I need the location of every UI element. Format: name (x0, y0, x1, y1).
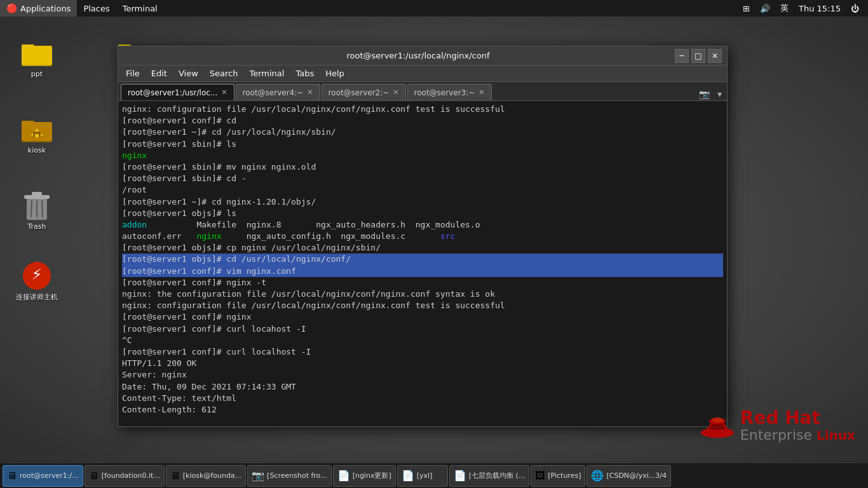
menu-view[interactable]: View (173, 67, 203, 79)
taskbar-top-right: ⊞ 🔊 英 Thu 15:15 ⏻ (740, 3, 868, 14)
power-icon[interactable]: ⏻ (848, 4, 862, 13)
tab-server1-close[interactable]: ✕ (221, 88, 227, 97)
menu-help[interactable]: Help (320, 67, 349, 79)
terminal-line-3: [root@server1 ~]# cd /usr/local/nginx/sb… (122, 126, 723, 138)
taskbar-yxl-icon: 📄 (402, 470, 414, 482)
terminal-line-14: [root@server1 objs]# cd /usr/local/nginx… (122, 254, 723, 265)
taskbar-loadbalance-label: [七层负载均衡 (... (469, 471, 526, 480)
terminal-line-17: nginx: the configuration file /usr/local… (122, 288, 723, 300)
taskbar-yxl-label: [yxl] (417, 471, 433, 480)
terminal-line-5: nginx (122, 150, 723, 161)
svg-text:⚡: ⚡ (32, 266, 43, 283)
terminal-line-21: ^C (122, 335, 723, 346)
taskbar-screenshot-label: [Screenshot fro... (267, 471, 327, 480)
taskbar-item-pictures[interactable]: 🖼 [Pictures] (531, 465, 585, 487)
tab-server4-label: root@server4:~ (243, 88, 304, 97)
terminal-title: root@server1:/usr/local/nginx/conf (161, 51, 675, 60)
taskbar-foundation0-label: [foundation0.it... (102, 471, 160, 480)
desktop-icon-connect[interactable]: ⚡ 连接讲师主机 (11, 258, 62, 304)
home-folder-icon (22, 114, 52, 145)
taskbar-csdn-label: [CSDN@/yxi...3/4 (606, 471, 667, 480)
taskbar-item-csdn[interactable]: 🌐 [CSDN@/yxi...3/4 (587, 465, 671, 487)
taskbar-item-foundation0[interactable]: 🖥 [foundation0.it... (85, 465, 165, 487)
trash-icon (22, 191, 52, 221)
network-icon[interactable]: ⊞ (740, 4, 752, 13)
taskbar-screenshot-icon: 📷 (252, 470, 264, 482)
tab-server3-label: root@server3:~ (414, 88, 475, 97)
terminal-line-12: autoconf.err nginx ngx_auto_config.h ngx… (122, 231, 723, 242)
terminal-line-15: [root@server1 conf]# vim nginx.conf (122, 266, 723, 277)
tab-server2-close[interactable]: ✕ (393, 88, 398, 97)
terminal-content[interactable]: nginx: configuration file /usr/local/ngi… (118, 101, 727, 426)
taskbar-item-nginx-update[interactable]: 📄 [nginx更新] (333, 465, 396, 487)
taskbar-loadbalance-icon: 📄 (454, 470, 466, 482)
taskbar-server1-icon: 🖥 (7, 470, 17, 482)
terminal-line-2: [root@server1 conf]# cd (122, 115, 723, 126)
terminal-line-11: addon Makefile nginx.8 ngx_auto_headers.… (122, 219, 723, 231)
tab-dropdown-icon[interactable]: ▾ (715, 89, 724, 99)
terminal-line-9: [root@server1 ~]# cd nginx-1.20.1/objs/ (122, 196, 723, 208)
taskbar-top: 🔴 Applications Places Terminal ⊞ 🔊 英 Thu… (0, 0, 868, 17)
taskbar-item-yxl[interactable]: 📄 [yxl] (397, 465, 448, 487)
menu-tabs[interactable]: Tabs (290, 67, 319, 79)
terminal-label: Terminal (123, 4, 158, 13)
maximize-button[interactable]: □ (691, 49, 705, 63)
taskbar-nginx-label: [nginx更新] (353, 471, 391, 480)
tab-screenshot-icon[interactable]: 📷 (696, 89, 712, 99)
desktop-icon-kiosk[interactable]: kiosk (11, 112, 62, 157)
tab-server1-label: root@server1:/usr/loc... (128, 88, 217, 97)
applications-menu[interactable]: 🔴 Applications (0, 0, 77, 17)
taskbar-item-server1[interactable]: 🖥 root@server1:/... (3, 465, 83, 487)
clock: Thu 15:15 (796, 4, 843, 13)
menu-file[interactable]: File (121, 67, 145, 79)
connect-icon: ⚡ (22, 261, 52, 291)
terminal-line-16: [root@server1 conf]# nginx -t (122, 277, 723, 288)
menu-terminal[interactable]: Terminal (244, 67, 289, 79)
taskbar-item-screenshot[interactable]: 📷 [Screenshot fro... (247, 465, 332, 487)
trash-label: Trash (27, 222, 46, 231)
terminal-tabs: root@server1:/usr/loc... ✕ root@server4:… (118, 82, 727, 101)
terminal-line-1: nginx: configuration file /usr/local/ngi… (122, 104, 723, 115)
terminal-line-10: [root@server1 objs]# ls (122, 208, 723, 219)
terminal-line-20: [root@server1 conf]# curl locahost -I (122, 323, 723, 335)
taskbar-kiosk-icon: 🖥 (170, 470, 180, 482)
terminal-menu[interactable]: Terminal (116, 0, 164, 17)
tab-server4-close[interactable]: ✕ (307, 88, 313, 97)
desktop-icon-trash[interactable]: Trash (11, 188, 62, 233)
terminal-line-23: HTTP/1.1 200 OK (122, 358, 723, 369)
taskbar-csdn-icon: 🌐 (591, 470, 604, 482)
tab-extras: 📷 ▾ (696, 89, 724, 100)
terminal-line-4: [root@server1 sbin]# ls (122, 139, 723, 150)
taskbar-item-load-balance[interactable]: 📄 [七层负载均衡 (... (449, 465, 530, 487)
redhat-hat-icon (700, 409, 735, 444)
svg-line-14 (31, 200, 32, 217)
terminal-line-24: Server: nginx (122, 369, 723, 381)
terminal-line-13: [root@server1 objs]# cp nginx /usr/local… (122, 242, 723, 254)
tab-server1[interactable]: root@server1:/usr/loc... ✕ (121, 84, 234, 100)
tab-server2[interactable]: root@server2:~ ✕ (322, 84, 406, 100)
volume-icon[interactable]: 🔊 (757, 4, 773, 13)
tab-server4[interactable]: root@server4:~ ✕ (236, 84, 320, 100)
tab-server3[interactable]: root@server3:~ ✕ (407, 84, 492, 100)
terminal-menubar: File Edit View Search Terminal Tabs Help (118, 65, 727, 82)
language-indicator[interactable]: 英 (778, 3, 791, 14)
taskbar-foundation0-icon: 🖥 (89, 470, 99, 482)
places-menu[interactable]: Places (77, 0, 116, 17)
taskbar-item-kiosk[interactable]: 🖥 [kiosk@founda... (166, 465, 246, 487)
redhat-logo: Red Hat Enterprise Linux (700, 409, 855, 444)
taskbar-nginx-icon: 📄 (337, 470, 350, 482)
taskbar-bottom: 🖥 root@server1:/... 🖥 [foundation0.it...… (0, 463, 868, 488)
svg-rect-10 (35, 134, 39, 137)
minimize-button[interactable]: ─ (675, 49, 689, 63)
taskbar-server1-label: root@server1:/... (20, 471, 79, 480)
desktop-icon-ppt[interactable]: ppt (11, 36, 62, 81)
taskbar-pictures-label: [Pictures] (548, 471, 581, 480)
menu-edit[interactable]: Edit (146, 67, 172, 79)
menu-search[interactable]: Search (205, 67, 243, 79)
terminal-line-19: [root@server1 conf]# nginx (122, 311, 723, 323)
redhat-text: Red Hat Enterprise Linux (740, 409, 855, 443)
terminal-line-26: Content-Type: text/html (122, 393, 723, 404)
tab-server3-close[interactable]: ✕ (478, 88, 484, 97)
close-button[interactable]: ✕ (708, 49, 722, 63)
taskbar-top-left: 🔴 Applications Places Terminal (0, 0, 164, 17)
